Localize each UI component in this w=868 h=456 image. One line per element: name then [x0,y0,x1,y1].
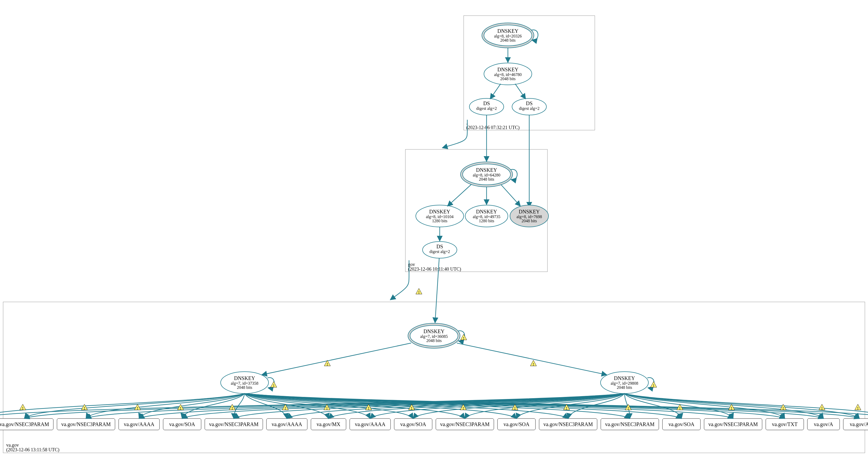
svg-text:DNSKEY: DNSKEY [519,209,540,214]
svg-text:DNSKEY: DNSKEY [429,209,450,214]
rr-label: va.gov/NSEC3PARAM [209,421,259,427]
svg-text:2048 bits: 2048 bits [237,385,252,390]
svg-text:DNSKEY: DNSKEY [614,375,635,381]
zone-gov-ts: (2023-12-06 10:11:40 UTC) [408,267,461,272]
svg-text:DS: DS [436,244,443,249]
svg-text:digest alg=2: digest alg=2 [476,106,497,111]
zone-vagov-label: va.gov [6,443,19,448]
rrsig-edge [25,394,245,419]
node-root-ksk: DNSKEY alg=8, id=20326 2048 bits [482,23,538,48]
rr-label: va.gov/AAAA [355,421,385,427]
node-gov-zsk2: DNSKEY alg=8, id=49735 1280 bits [465,205,508,227]
node-va-zsk-right: DNSKEY alg=7, id=29808 2048 bits [600,372,654,394]
svg-text:!: ! [285,406,286,411]
svg-text:!: ! [783,406,784,411]
rr-label: va.gov/MX [317,421,341,427]
svg-text:!: ! [653,384,654,388]
rr-label: va.gov/SOA [169,421,195,427]
node-root-ds1: DS digest alg=2 [469,98,504,115]
svg-text:2048 bits: 2048 bits [500,77,516,81]
svg-text:!: ! [628,406,629,411]
svg-text:!: ! [273,384,275,388]
svg-text:DS: DS [526,100,533,106]
node-gov-ksk: DNSKEY alg=8, id=64280 2048 bits [461,162,517,187]
warning-icon: ! [650,382,657,388]
svg-text:!: ! [180,406,181,411]
svg-text:!: ! [327,363,328,366]
svg-text:!: ! [857,406,859,411]
svg-text:2048 bits: 2048 bits [500,38,516,42]
svg-text:2048 bits: 2048 bits [617,385,632,390]
warning-icon: ! [461,334,467,340]
svg-text:DNSKEY: DNSKEY [497,28,518,34]
rr-label: va.gov/SOA [669,421,694,427]
warning-icon: ! [20,404,26,411]
warning-icon: ! [82,404,88,411]
warning-icon: ! [530,360,536,366]
svg-text:2048 bits: 2048 bits [521,219,537,223]
rr-label: va.gov/AAAA [272,421,302,427]
svg-text:!: ! [22,406,23,411]
zone-vagov-ts: (2023-12-06 13:11:58 UTC) [6,447,59,453]
rr-label: va.gov/SOA [503,421,529,427]
svg-text:digest alg=2: digest alg=2 [519,106,540,111]
node-gov-key3: DNSKEY alg=8, id=7698 2048 bits [510,205,549,227]
svg-text:2048 bits: 2048 bits [426,338,441,343]
svg-text:!: ! [84,406,85,411]
svg-text:!: ! [231,406,233,411]
node-gov-ds: DS digest alg=2 [423,242,457,258]
rr-label: va.gov/A [850,421,868,427]
rr-label: va.gov/NSEC3PARAM [61,421,111,427]
warning-icon: ! [855,404,861,411]
svg-text:!: ! [411,406,412,411]
svg-text:!: ! [137,406,138,411]
svg-text:!: ! [566,406,567,411]
svg-text:!: ! [326,406,328,411]
svg-text:1280 bits: 1280 bits [432,219,447,223]
rr-label: va.gov/NSEC3PARAM [0,421,49,427]
svg-text:DNSKEY: DNSKEY [476,209,497,214]
zone-root-ts: (2023-12-06 07:32:21 UTC) [466,125,520,130]
svg-text:!: ! [822,406,823,411]
rr-label: va.gov/AAAA [124,421,155,427]
warning-icon: ! [271,382,277,388]
node-va-ksk: DNSKEY alg=7, id=36085 2048 bits [408,323,465,348]
warning-icon: ! [229,404,236,411]
svg-text:!: ! [679,406,681,411]
node-root-ds2: DS digest alg=2 [512,98,547,115]
node-gov-zsk1: DNSKEY alg=8, id=10104 1280 bits [416,205,464,227]
rr-label: va.gov/NSEC3PARAM [544,421,593,427]
rr-label: va.gov/NSEC3PARAM [709,421,758,427]
svg-text:!: ! [463,337,464,340]
svg-text:!: ! [418,291,420,295]
svg-text:DNSKEY: DNSKEY [234,375,255,381]
rr-label: va.gov/NSEC3PARAM [605,421,655,427]
rrsig-edge [139,394,625,419]
rr-label: va.gov/SOA [400,421,426,427]
warning-icon: ! [416,288,422,295]
rr-label: va.gov/A [814,421,833,427]
svg-text:!: ! [463,406,464,411]
node-va-zsk-left: DNSKEY alg=7, id=37358 2048 bits [221,372,274,394]
rr-label: va.gov/NSEC3PARAM [440,421,490,427]
svg-text:!: ! [533,363,534,366]
svg-text:!: ! [515,406,516,411]
svg-text:DNSKEY: DNSKEY [497,67,518,72]
svg-text:DNSKEY: DNSKEY [476,167,497,173]
svg-text:!: ! [368,406,369,411]
svg-text:2048 bits: 2048 bits [479,177,494,181]
node-root-zsk: DNSKEY alg=8, id=46780 2048 bits [484,63,532,85]
warning-icon: ! [819,404,825,411]
svg-text:DS: DS [483,100,490,106]
svg-text:DNSKEY: DNSKEY [423,329,444,334]
svg-text:digest alg=2: digest alg=2 [430,249,450,254]
rr-label: va.gov/TXT [772,421,798,427]
svg-text:!: ! [731,406,732,411]
svg-text:1280 bits: 1280 bits [479,219,494,223]
